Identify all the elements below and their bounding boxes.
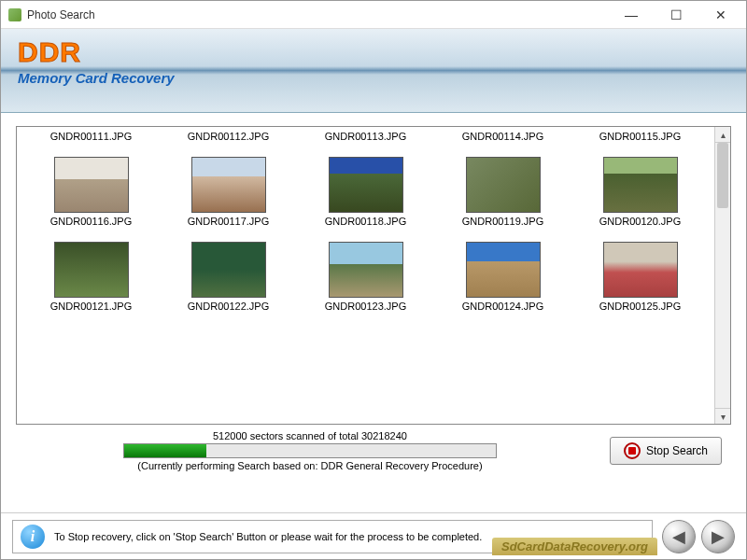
header-banner: DDR Memory Card Recovery (1, 29, 746, 113)
file-label: GNDR00124.JPG (462, 301, 543, 312)
thumbnail-item[interactable]: GNDR00118.JPG (302, 157, 430, 227)
filename-row: GNDR00111.JPG GNDR00112.JPG GNDR00113.JP… (22, 127, 709, 144)
thumbnail-image (54, 157, 129, 213)
stop-icon (624, 442, 641, 459)
thumbnail-item[interactable]: GNDR00119.JPG (439, 157, 568, 227)
thumbnail-panel: GNDR00111.JPG GNDR00112.JPG GNDR00113.JP… (16, 126, 731, 425)
file-label: GNDR00111.JPG (27, 131, 156, 142)
window-title: Photo Search (27, 8, 617, 21)
file-label: GNDR00116.JPG (50, 216, 132, 227)
titlebar: Photo Search ― ☐ ✕ (1, 1, 746, 29)
app-window: Photo Search ― ☐ ✕ DDR Memory Card Recov… (0, 0, 747, 560)
stop-search-button[interactable]: Stop Search (610, 437, 722, 465)
file-label: GNDR00118.JPG (325, 216, 406, 227)
main-content: GNDR00111.JPG GNDR00112.JPG GNDR00113.JP… (1, 113, 746, 512)
thumbnail-row: GNDR00121.JPG GNDR00122.JPG GNDR00123.JP… (22, 229, 709, 314)
thumbnail-image (54, 242, 129, 298)
back-button[interactable]: ◀ (662, 520, 696, 553)
minimize-button[interactable]: ― (617, 6, 645, 24)
thumbnail-item[interactable]: GNDR00116.JPG (27, 157, 156, 227)
thumbnail-row: GNDR00116.JPG GNDR00117.JPG GNDR00118.JP… (22, 144, 709, 229)
thumbnail-grid: GNDR00111.JPG GNDR00112.JPG GNDR00113.JP… (17, 127, 714, 424)
info-text: To Stop recovery, click on 'Stop Search'… (54, 531, 482, 542)
file-label: GNDR00112.JPG (164, 131, 293, 142)
scroll-thumb[interactable] (717, 143, 728, 208)
thumbnail-item[interactable]: GNDR00121.JPG (27, 242, 156, 312)
thumbnail-item[interactable]: GNDR00125.JPG (576, 242, 705, 312)
maximize-button[interactable]: ☐ (662, 6, 690, 24)
app-subtitle: Memory Card Recovery (18, 70, 729, 86)
file-label: GNDR00120.JPG (599, 216, 681, 227)
progress-subtext: (Currently performing Search based on: D… (137, 460, 482, 471)
file-label: GNDR00125.JPG (599, 301, 681, 312)
thumbnail-image (329, 157, 403, 213)
file-label: GNDR00121.JPG (50, 301, 132, 312)
file-label: GNDR00119.JPG (462, 216, 543, 227)
thumbnail-image (466, 157, 541, 213)
thumbnail-item[interactable]: GNDR00123.JPG (302, 242, 430, 312)
thumbnail-image (603, 242, 678, 298)
scroll-up-icon[interactable]: ▴ (715, 127, 730, 143)
thumbnail-image (603, 157, 678, 213)
stop-button-label: Stop Search (646, 444, 708, 457)
thumbnail-image (466, 242, 541, 298)
nav-buttons: ◀ ▶ (662, 520, 735, 553)
file-label: GNDR00117.JPG (188, 216, 269, 227)
watermark: SdCardDataRecovery.org (492, 538, 657, 555)
thumbnail-image (191, 242, 266, 298)
info-icon: i (21, 525, 45, 549)
thumbnail-item[interactable]: GNDR00124.JPG (439, 242, 568, 312)
footer: i To Stop recovery, click on 'Stop Searc… (1, 512, 746, 559)
progress-status: 512000 sectors scanned of total 30218240 (213, 430, 407, 441)
window-controls: ― ☐ ✕ (617, 6, 739, 24)
progress-fill (124, 444, 206, 457)
scrollbar[interactable]: ▴ ▾ (714, 127, 730, 424)
app-icon (8, 8, 21, 21)
file-label: GNDR00122.JPG (188, 301, 269, 312)
thumbnail-image (191, 157, 266, 213)
file-label: GNDR00115.JPG (576, 131, 705, 142)
progress-bar (123, 443, 497, 458)
file-label: GNDR00113.JPG (302, 131, 430, 142)
logo: DDR (18, 36, 729, 68)
forward-button[interactable]: ▶ (701, 520, 735, 553)
thumbnail-image (329, 242, 403, 298)
thumbnail-item[interactable]: GNDR00122.JPG (164, 242, 293, 312)
close-button[interactable]: ✕ (707, 6, 735, 24)
progress-column: 512000 sectors scanned of total 30218240… (25, 430, 595, 471)
thumbnail-item[interactable]: GNDR00120.JPG (576, 157, 705, 227)
file-label: GNDR00123.JPG (325, 301, 406, 312)
file-label: GNDR00114.JPG (439, 131, 568, 142)
progress-area: 512000 sectors scanned of total 30218240… (16, 425, 731, 473)
scroll-down-icon[interactable]: ▾ (715, 408, 730, 424)
thumbnail-item[interactable]: GNDR00117.JPG (164, 157, 293, 227)
